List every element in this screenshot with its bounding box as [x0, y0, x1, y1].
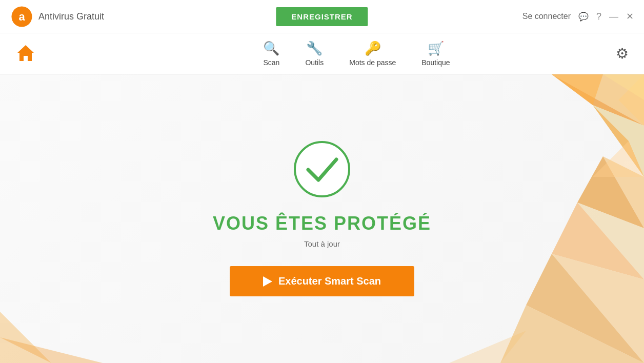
svg-text:a: a	[18, 10, 25, 23]
svg-marker-14	[593, 141, 644, 177]
settings-button[interactable]: ⚙	[616, 45, 629, 62]
register-button[interactable]: ENREGISTRER	[276, 7, 368, 26]
svg-marker-20	[0, 337, 103, 363]
svg-marker-12	[552, 254, 644, 363]
mots-de-passe-nav-item[interactable]: 🔑 Mots de passe	[349, 41, 396, 67]
boutique-nav-item[interactable]: 🛒 Boutique	[421, 41, 450, 67]
status-text-vous: VOUS ÊTES	[213, 213, 334, 234]
checkmark-icon	[306, 155, 339, 184]
svg-marker-19	[0, 312, 51, 363]
connect-button[interactable]: Se connecter	[522, 12, 571, 21]
play-icon	[263, 276, 272, 287]
home-icon	[15, 43, 36, 63]
svg-marker-7	[618, 74, 644, 126]
avast-logo: a	[10, 5, 33, 28]
scan-icon: 🔍	[263, 41, 279, 56]
mots-de-passe-nav-label: Mots de passe	[349, 58, 396, 67]
smart-scan-label: Exécuter Smart Scan	[278, 275, 381, 287]
svg-marker-17	[500, 305, 644, 363]
status-subtitle: Tout à jour	[304, 239, 340, 248]
scan-nav-label: Scan	[263, 58, 279, 67]
boutique-nav-label: Boutique	[421, 58, 450, 67]
help-button[interactable]: ?	[596, 11, 601, 22]
boutique-icon: 🛒	[428, 41, 444, 56]
svg-marker-8	[603, 156, 644, 228]
status-text-protege: PROTÉGÉ	[334, 213, 431, 234]
svg-marker-10	[577, 203, 644, 279]
mots-de-passe-icon: 🔑	[365, 41, 381, 56]
chat-icon-button[interactable]: 💬	[578, 12, 589, 22]
svg-marker-3	[552, 74, 644, 126]
outils-icon: 🔧	[306, 41, 323, 56]
minimize-button[interactable]: —	[609, 11, 618, 22]
svg-marker-9	[577, 156, 644, 228]
main-content: VOUS ÊTES PROTÉGÉ Tout à jour Exécuter S…	[0, 74, 644, 363]
close-button[interactable]: ✕	[626, 11, 634, 22]
svg-marker-16	[603, 74, 644, 100]
logo-area: a Antivirus Gratuit	[10, 5, 104, 28]
outils-nav-item[interactable]: 🔧 Outils	[305, 41, 324, 67]
svg-marker-11	[552, 203, 644, 279]
outils-nav-label: Outils	[305, 58, 324, 67]
svg-marker-4	[552, 74, 644, 126]
titlebar-right: Se connecter 💬 ? — ✕	[522, 11, 634, 22]
titlebar: a Antivirus Gratuit ENREGISTRER Se conne…	[0, 0, 644, 33]
status-check-circle	[294, 141, 350, 197]
svg-marker-21	[0, 312, 51, 363]
scan-nav-item[interactable]: 🔍 Scan	[263, 41, 279, 67]
svg-marker-2	[17, 45, 34, 61]
svg-marker-13	[526, 254, 644, 363]
navbar: 🔍 Scan 🔧 Outils 🔑 Mots de passe 🛒 Boutiq…	[0, 33, 644, 74]
home-button[interactable]	[15, 43, 36, 65]
svg-marker-18	[449, 331, 526, 363]
svg-marker-5	[593, 105, 644, 177]
bg-decoration-right	[449, 74, 644, 363]
svg-marker-15	[552, 74, 603, 105]
app-title: Antivirus Gratuit	[38, 11, 104, 22]
nav-items: 🔍 Scan 🔧 Outils 🔑 Mots de passe 🛒 Boutiq…	[97, 41, 616, 67]
smart-scan-button[interactable]: Exécuter Smart Scan	[230, 266, 414, 296]
svg-marker-6	[593, 105, 644, 177]
bg-decoration-left	[0, 260, 103, 363]
status-text: VOUS ÊTES PROTÉGÉ	[213, 213, 431, 234]
